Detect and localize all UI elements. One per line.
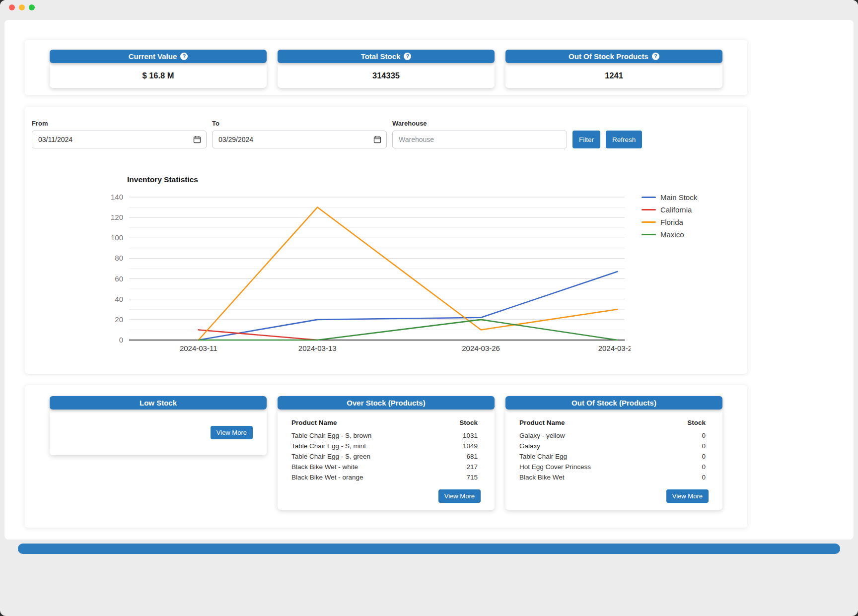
stats-section: Current Value ? $ 16.8 M Total Stock ? 3… [25,40,747,95]
product-name-cell: Table Chair Egg - S, mint [291,441,441,451]
svg-text:2024-03-29: 2024-03-29 [598,344,631,352]
minimize-window-button[interactable] [19,4,25,10]
stat-title: Total Stock [361,52,401,61]
warehouse-label: Warehouse [392,120,567,127]
inventory-chart: Inventory Statistics 2040608010012014002… [104,175,740,356]
table-row: Black Bike Wet - white217 [291,462,481,472]
table-row: Galaxy - yellow0 [519,430,709,441]
table-row: Galaxy0 [519,441,709,451]
line-chart-canvas: 2040608010012014002024-03-112024-03-1320… [104,189,631,356]
table-row: Table Chair Egg0 [519,451,709,462]
table-row: Black Bike Wet0 [519,472,709,482]
product-name-cell: Galaxy - yellow [519,430,665,441]
legend-label: Florida [660,218,683,226]
out-of-stock-card: Out Of Stock (Products) Product NameStoc… [505,396,722,510]
stock-cell: 0 [665,430,709,441]
out-of-stock-view-more-button[interactable]: View More [666,489,709,503]
out-of-stock-table: Product NameStockGalaxy - yellow0Galaxy0… [519,417,709,482]
stat-card-header: Current Value ? [50,50,267,63]
chart-legend: Main StockCaliforniaFloridaMaxico [642,189,697,243]
stock-cell: 715 [441,472,481,482]
svg-text:2024-03-26: 2024-03-26 [462,344,500,352]
over-stock-card: Over Stock (Products) Product NameStockT… [278,396,495,510]
svg-text:20: 20 [115,315,123,324]
from-label: From [32,120,207,127]
filter-row: From To [32,120,740,148]
to-label: To [212,120,387,127]
legend-line-swatch [642,234,656,235]
svg-text:40: 40 [115,295,123,303]
product-name-column-header: Product Name [291,417,441,430]
close-window-button[interactable] [9,4,15,10]
table-header-row: Product NameStock [291,417,481,430]
maximize-window-button[interactable] [29,4,35,10]
svg-text:100: 100 [111,233,123,242]
stock-cell: 0 [665,441,709,451]
product-name-cell: Black Bike Wet - orange [291,472,441,482]
product-name-cell: Table Chair Egg - S, brown [291,430,441,441]
stock-column-header: Stock [441,417,481,430]
product-name-cell: Galaxy [519,441,665,451]
filter-button[interactable]: Filter [572,131,600,148]
over-stock-view-more-button[interactable]: View More [438,489,481,503]
over-stock-header: Over Stock (Products) [278,396,495,410]
stock-column-header: Stock [665,417,709,430]
legend-item: Maxico [642,230,697,239]
from-date-field-group: From [32,120,207,148]
stat-value: $ 16.8 M [50,63,267,88]
product-name-cell: Black Bike Wet [519,472,665,482]
legend-label: Main Stock [660,193,697,202]
legend-item: Main Stock [642,193,697,202]
refresh-button[interactable]: Refresh [606,131,642,148]
filter-chart-section: From To [25,107,747,374]
table-row: Black Bike Wet - orange715 [291,472,481,482]
window-titlebar [0,0,858,15]
svg-text:120: 120 [111,213,123,221]
legend-line-swatch [642,209,656,210]
dashboard-panel: Current Value ? $ 16.8 M Total Stock ? 3… [4,20,854,540]
warehouse-field-group: Warehouse [392,120,567,148]
legend-line-swatch [642,197,656,198]
table-row: Table Chair Egg - S, brown1031 [291,430,481,441]
stock-cell: 0 [665,462,709,472]
stock-cell: 0 [665,472,709,482]
table-header-row: Product NameStock [519,417,709,430]
help-icon[interactable]: ? [652,53,659,60]
stock-cell: 681 [441,451,481,462]
from-date-input[interactable] [32,131,207,148]
to-date-field-group: To [212,120,387,148]
chart-title: Inventory Statistics [127,175,740,184]
to-date-value[interactable] [217,135,370,144]
to-date-input[interactable] [212,131,387,148]
low-stock-header: Low Stock [50,396,267,410]
from-date-value[interactable] [37,135,190,144]
out-of-stock-body: Product NameStockGalaxy - yellow0Galaxy0… [505,410,722,510]
stat-card-out-of-stock: Out Of Stock Products ? 1241 [505,50,722,88]
product-name-column-header: Product Name [519,417,665,430]
horizontal-scrollbar[interactable] [18,544,840,554]
low-stock-view-more-button[interactable]: View More [211,426,253,439]
stat-card-current-value: Current Value ? $ 16.8 M [50,50,267,88]
calendar-icon[interactable] [373,136,381,143]
warehouse-value[interactable] [398,135,562,144]
stat-card-header: Total Stock ? [278,50,495,63]
product-name-cell: Table Chair Egg [519,451,665,462]
table-row: Hot Egg Cover Princess0 [519,462,709,472]
warehouse-input[interactable] [392,131,567,148]
svg-text:2024-03-13: 2024-03-13 [298,344,337,352]
out-of-stock-header: Out Of Stock (Products) [505,396,722,410]
calendar-icon[interactable] [193,136,201,143]
legend-item: Florida [642,218,697,226]
stock-cell: 1049 [441,441,481,451]
table-row: Table Chair Egg - S, mint1049 [291,441,481,451]
legend-label: Maxico [660,230,684,239]
svg-text:80: 80 [115,254,123,262]
stock-cell: 217 [441,462,481,472]
product-name-cell: Table Chair Egg - S, green [291,451,441,462]
help-icon[interactable]: ? [404,53,411,60]
product-name-cell: Hot Egg Cover Princess [519,462,665,472]
svg-text:0: 0 [119,336,123,344]
stock-cell: 1031 [441,430,481,441]
help-icon[interactable]: ? [180,53,188,60]
low-stock-card: Low Stock View More [50,396,267,510]
